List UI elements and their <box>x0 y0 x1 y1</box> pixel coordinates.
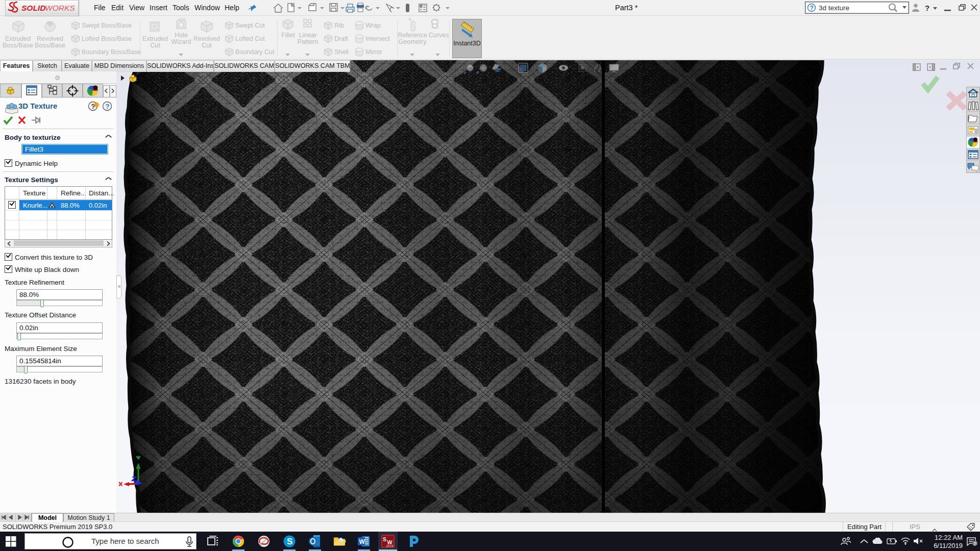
svg-text:7: 7 <box>974 541 976 546</box>
svg-text:?: ? <box>106 103 110 110</box>
svg-text:?: ? <box>925 4 929 12</box>
svg-text:SOLID: SOLID <box>21 4 45 12</box>
svg-text:2019: 2019 <box>386 544 394 547</box>
svg-text:?: ? <box>810 5 814 12</box>
svg-text:S: S <box>287 537 292 546</box>
svg-text:S: S <box>383 536 386 542</box>
svg-text:WORKS: WORKS <box>45 4 75 12</box>
svg-text:3d texture: 3d texture <box>819 4 849 12</box>
svg-text:W: W <box>359 538 365 545</box>
